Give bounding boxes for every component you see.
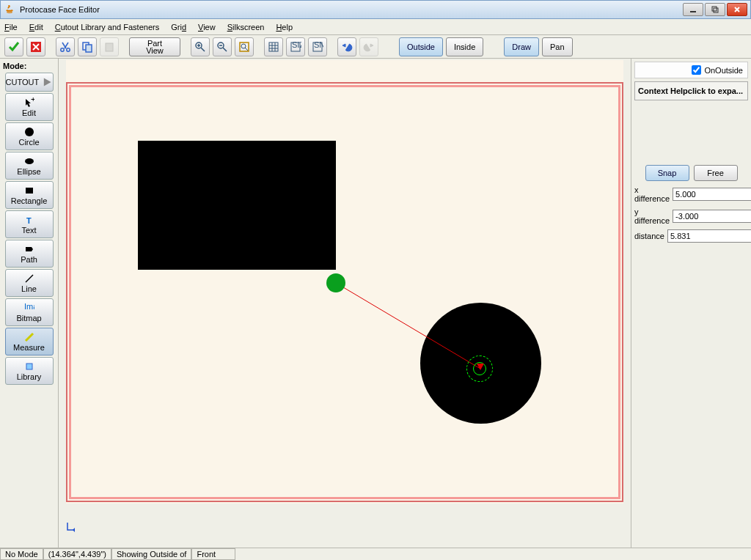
distance-input[interactable] <box>667 229 751 243</box>
cancel-icon[interactable] <box>26 37 45 56</box>
java-icon <box>4 4 15 15</box>
x-diff-input[interactable] <box>673 188 751 201</box>
cutout-label: CUTOUT <box>6 78 40 86</box>
path-tool[interactable]: Path <box>5 240 54 268</box>
on-outside-checkbox[interactable] <box>692 65 701 75</box>
on-outside-row: OnOutside <box>634 62 748 78</box>
pan-button[interactable]: Pan <box>542 37 573 56</box>
menu-silkscreen[interactable]: Silkscreen <box>227 23 265 32</box>
path-icon <box>23 244 35 254</box>
tool-palette: Mode: CUTOUT + Edit Circle Ellipse Recta… <box>0 59 59 548</box>
svg-point-20 <box>25 158 34 164</box>
bitmap-tool[interactable]: Image Bitmap <box>5 298 54 326</box>
bitmap-icon: Image <box>23 303 35 313</box>
inside-button[interactable]: Inside <box>446 37 483 56</box>
svg-text:T: T <box>26 216 32 225</box>
measure-tool[interactable]: Measure <box>5 328 54 355</box>
canvas-area[interactable] <box>59 59 631 548</box>
y-diff-label: y difference <box>634 207 670 225</box>
svg-point-19 <box>25 128 34 136</box>
menu-file[interactable]: File <box>4 23 18 32</box>
svg-rect-8 <box>106 43 113 51</box>
accept-icon[interactable] <box>4 37 23 56</box>
zoom-in-icon[interactable] <box>191 37 210 56</box>
menu-cutout[interactable]: Cutout Library and Fasteners <box>55 23 159 32</box>
properties-panel: OnOutside Context Helpclick to expa... S… <box>631 59 751 548</box>
svg-text:Image: Image <box>24 303 34 311</box>
text-tool[interactable]: T Text <box>5 210 54 238</box>
svg-rect-0 <box>690 11 696 12</box>
edit-tool[interactable]: + Edit <box>5 93 54 121</box>
draw-button[interactable]: Draw <box>504 37 539 56</box>
cursor-icon: + <box>23 97 35 108</box>
close-button[interactable] <box>727 3 747 16</box>
status-bar: No Mode (14.364",4.439") Showing Outside… <box>0 548 751 560</box>
circle-tool[interactable]: Circle <box>5 122 54 150</box>
context-help[interactable]: Context Helpclick to expa... <box>634 81 748 100</box>
svg-rect-2 <box>714 8 718 12</box>
text-icon: T <box>23 215 35 225</box>
menu-help[interactable]: Help <box>276 23 293 32</box>
measure-icon <box>23 332 35 342</box>
svg-point-5 <box>67 48 70 51</box>
rectangle-tool[interactable]: Rectangle <box>5 181 54 209</box>
status-showing: Showing Outside of <box>111 548 191 560</box>
cutout-mode-button[interactable]: CUTOUT <box>5 73 54 92</box>
canvas[interactable] <box>66 60 623 504</box>
circle-icon <box>23 127 35 137</box>
title-bar: Protocase Face Editor <box>0 0 751 19</box>
line-icon <box>23 273 35 284</box>
zoom-fit-icon[interactable] <box>235 37 254 56</box>
cursor-arrow-icon <box>477 364 484 370</box>
play-icon <box>42 77 52 87</box>
menu-grid[interactable]: Grid <box>171 23 186 32</box>
svg-text:SIZE: SIZE <box>292 41 301 49</box>
svg-text:SNAP: SNAP <box>314 41 323 49</box>
snap-button[interactable]: Snap <box>645 165 689 181</box>
mode-label: Mode: <box>0 60 58 72</box>
library-icon <box>23 361 35 372</box>
grid-toggle-icon[interactable] <box>264 37 283 56</box>
toolbar: PartView SIZE SNAP Outside Inside Draw P… <box>0 35 751 59</box>
status-coords: (14.364",4.439") <box>43 548 111 560</box>
library-tool[interactable]: Library <box>5 357 54 385</box>
status-mode: No Mode <box>0 548 43 560</box>
svg-line-25 <box>336 283 480 369</box>
svg-text:+: + <box>31 97 34 103</box>
minimize-button[interactable] <box>683 3 703 16</box>
svg-rect-1 <box>712 7 717 11</box>
paste-icon <box>100 37 119 56</box>
undo-icon[interactable] <box>337 37 356 56</box>
maximize-button[interactable] <box>705 3 725 16</box>
menu-bar: File Edit Cutout Library and Fasteners G… <box>0 19 751 35</box>
origin-marker-icon <box>66 523 81 533</box>
menu-view[interactable]: View <box>198 23 216 32</box>
svg-rect-24 <box>26 364 32 369</box>
copy-icon[interactable] <box>78 37 97 56</box>
ellipse-icon <box>23 156 35 166</box>
free-button[interactable]: Free <box>694 165 738 181</box>
part-view-button[interactable]: PartView <box>129 37 180 56</box>
status-face: Front <box>191 548 235 560</box>
ellipse-tool[interactable]: Ellipse <box>5 152 54 180</box>
svg-rect-21 <box>26 188 33 194</box>
redo-icon <box>359 37 378 56</box>
measure-start-point[interactable] <box>326 273 345 292</box>
window-title: Protocase Face Editor <box>20 5 683 14</box>
grid-size-icon[interactable]: SIZE <box>286 37 305 56</box>
outside-button[interactable]: Outside <box>399 37 443 56</box>
y-diff-input[interactable] <box>673 210 751 223</box>
line-tool[interactable]: Line <box>5 269 54 297</box>
snap-icon[interactable]: SNAP <box>308 37 327 56</box>
cut-icon[interactable] <box>56 37 75 56</box>
x-diff-label: x difference <box>634 185 670 203</box>
svg-point-4 <box>61 48 64 51</box>
distance-label: distance <box>634 232 664 240</box>
menu-edit[interactable]: Edit <box>29 23 43 32</box>
svg-rect-7 <box>86 45 92 52</box>
zoom-out-icon[interactable] <box>213 37 232 56</box>
on-outside-label: OnOutside <box>704 66 743 75</box>
svg-rect-13 <box>269 43 278 51</box>
rectangle-icon <box>23 185 35 196</box>
